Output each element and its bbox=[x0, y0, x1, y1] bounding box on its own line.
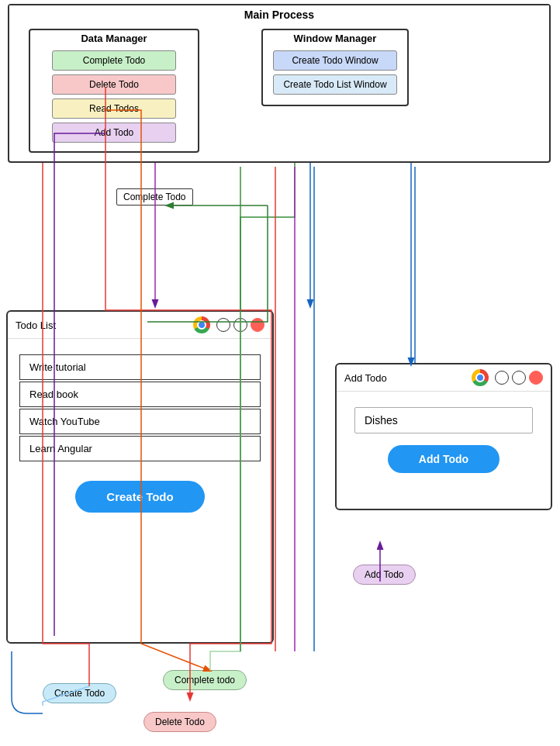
add-todo-input[interactable] bbox=[354, 407, 533, 433]
todo-item-3[interactable]: Learn Angular bbox=[19, 436, 261, 461]
window-manager-btn-create-todo[interactable]: Create Todo Window bbox=[273, 50, 397, 71]
data-manager-box: Data Manager Complete Todo Delete Todo R… bbox=[29, 29, 199, 153]
add-todo-controls bbox=[495, 371, 543, 385]
data-manager-btn-complete[interactable]: Complete Todo bbox=[52, 50, 176, 71]
todo-item-0[interactable]: Write tutorial bbox=[19, 354, 261, 380]
add-todo-header: Add Todo bbox=[337, 364, 551, 392]
todo-list-window: Todo List Write tutorial Read book Watch… bbox=[6, 310, 274, 644]
todo-list-title: Todo List bbox=[16, 319, 187, 331]
add-todo-button[interactable]: Add Todo bbox=[388, 445, 500, 473]
todo-list-header: Todo List bbox=[8, 312, 272, 339]
todo-list-controls bbox=[216, 318, 264, 332]
bubble-create-todo: Create Todo bbox=[43, 683, 116, 703]
window-manager-box: Window Manager Create Todo Window Create… bbox=[261, 29, 409, 106]
window-manager-title: Window Manager bbox=[263, 30, 407, 47]
data-manager-btn-read[interactable]: Read Todos bbox=[52, 98, 176, 119]
todo-item-2[interactable]: Watch YouTube bbox=[19, 409, 261, 434]
win-btn-close[interactable] bbox=[251, 318, 264, 332]
main-process-title: Main Process bbox=[9, 5, 549, 24]
add-todo-win-btn-maximize[interactable] bbox=[512, 371, 526, 385]
todo-item-1[interactable]: Read book bbox=[19, 382, 261, 407]
chrome-icon-add-todo bbox=[472, 369, 489, 386]
add-todo-win-btn-minimize[interactable] bbox=[495, 371, 509, 385]
complete-todo-connector-label: Complete Todo bbox=[116, 188, 193, 205]
main-process-box: Main Process Data Manager Complete Todo … bbox=[8, 4, 551, 163]
todo-list-content: Write tutorial Read book Watch YouTube L… bbox=[8, 339, 272, 547]
data-manager-btn-delete[interactable]: Delete Todo bbox=[52, 74, 176, 95]
win-btn-minimize[interactable] bbox=[216, 318, 230, 332]
add-todo-win-btn-close[interactable] bbox=[529, 371, 543, 385]
chrome-icon-todo-list bbox=[193, 316, 210, 333]
data-manager-btn-add[interactable]: Add Todo bbox=[52, 123, 176, 143]
add-todo-title: Add Todo bbox=[344, 372, 465, 384]
add-todo-window: Add Todo Add Todo bbox=[335, 363, 552, 510]
bubble-delete-todo: Delete Todo bbox=[143, 712, 216, 732]
win-btn-maximize[interactable] bbox=[233, 318, 247, 332]
create-todo-button[interactable]: Create Todo bbox=[75, 481, 204, 513]
window-manager-btn-create-list[interactable]: Create Todo List Window bbox=[273, 74, 397, 95]
bubble-complete-todo: Complete todo bbox=[163, 670, 247, 690]
data-manager-title: Data Manager bbox=[30, 30, 198, 47]
bubble-add-todo: Add Todo bbox=[353, 565, 416, 585]
